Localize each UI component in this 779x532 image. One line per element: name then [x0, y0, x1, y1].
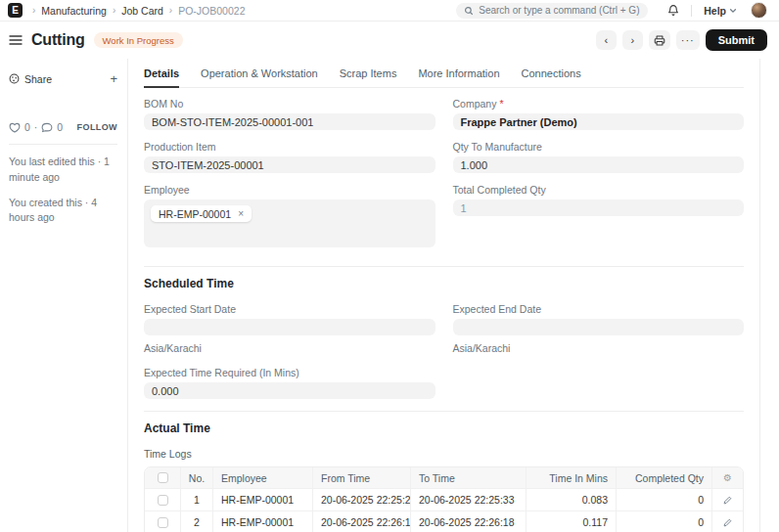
- total-completed-qty-field: Total Completed Qty 1: [453, 184, 745, 216]
- production-item-label: Production Item: [144, 141, 435, 153]
- app-logo[interactable]: E: [8, 3, 23, 18]
- qty-to-manufacture-input[interactable]: 1.000: [453, 156, 745, 173]
- notifications-bell-icon[interactable]: [667, 4, 679, 17]
- row-time-in-mins[interactable]: 0.083: [527, 489, 617, 510]
- row-to-time[interactable]: 20-06-2025 22:26:18: [411, 511, 527, 532]
- edit-pencil-icon: [723, 518, 732, 527]
- page-title: Cutting: [31, 31, 85, 49]
- scheduled-right-column: Expected End Date Asia/Karachi: [453, 303, 745, 399]
- row-edit-cell[interactable]: [712, 511, 743, 532]
- page-header: Cutting Work In Progress ‹ › ··· Submit: [0, 22, 779, 59]
- table-row[interactable]: 1 HR-EMP-00001 20-06-2025 22:25:28 20-06…: [145, 488, 743, 510]
- row-select-cell: [145, 489, 181, 510]
- page-layout: Share + 0 · 0 FOLLOW You last edited thi…: [0, 59, 779, 532]
- row-select-cell: [145, 511, 181, 532]
- comments-count: 0: [57, 121, 63, 133]
- menu-more-button[interactable]: ···: [676, 30, 700, 50]
- time-logs-table: No. Employee From Time To Time Time In M…: [144, 466, 744, 532]
- row-to-time[interactable]: 20-06-2025 22:25:33: [411, 489, 527, 510]
- help-label: Help: [704, 5, 726, 17]
- row-edit-cell[interactable]: [712, 489, 743, 510]
- table-header-row: No. Employee From Time To Time Time In M…: [145, 467, 743, 488]
- bom-no-field: BOM No BOM-STO-ITEM-2025-00001-001: [144, 98, 435, 130]
- tab-more-information[interactable]: More Information: [418, 63, 499, 87]
- time-logs-label: Time Logs: [144, 448, 744, 460]
- select-all-checkbox[interactable]: [158, 472, 168, 483]
- sidebar-divider: [9, 144, 117, 145]
- row-completed-qty[interactable]: 0: [617, 489, 712, 510]
- details-section: BOM No BOM-STO-ITEM-2025-00001-001 Produ…: [144, 88, 744, 266]
- remove-tag-icon[interactable]: ×: [238, 209, 244, 219]
- breadcrumb-separator-icon: ›: [32, 5, 35, 16]
- expected-end-date-input[interactable]: [453, 319, 745, 335]
- row-from-time[interactable]: 20-06-2025 22:26:11: [313, 511, 411, 532]
- employee-tag[interactable]: HR-EMP-00001 ×: [151, 205, 252, 222]
- company-label: Company *: [453, 98, 745, 110]
- expected-time-required-label: Expected Time Required (In Mins): [144, 367, 435, 378]
- employee-tag-value: HR-EMP-00001: [159, 208, 231, 220]
- row-checkbox[interactable]: [158, 495, 168, 506]
- help-menu[interactable]: Help: [704, 5, 737, 17]
- breadcrumb-separator-icon: ›: [169, 5, 172, 16]
- total-completed-qty-input: 1: [453, 200, 745, 216]
- form-tabs: Details Operation & Workstation Scrap It…: [144, 59, 744, 88]
- share-label[interactable]: Share: [24, 73, 52, 85]
- details-right-column: Company * Frappe Partner (Demo) Qty To M…: [453, 98, 745, 258]
- dot-separator: ·: [34, 121, 38, 133]
- top-navbar: E › Manufacturing › Job Card › PO-JOB000…: [0, 0, 779, 22]
- table-row[interactable]: 2 HR-EMP-00001 20-06-2025 22:26:11 20-06…: [145, 510, 743, 532]
- user-avatar[interactable]: [751, 2, 767, 19]
- qty-to-manufacture-label: Qty To Manufacture: [453, 141, 745, 153]
- breadcrumb-manufacturing[interactable]: Manufacturing: [41, 5, 107, 17]
- form-sidebar: Share + 0 · 0 FOLLOW You last edited thi…: [0, 59, 128, 532]
- follow-button[interactable]: FOLLOW: [77, 122, 117, 132]
- tab-connections[interactable]: Connections: [522, 63, 581, 87]
- scheduled-time-heading: Scheduled Time: [144, 277, 744, 290]
- row-employee[interactable]: HR-EMP-00001: [213, 489, 313, 510]
- prev-document-button[interactable]: ‹: [596, 30, 617, 50]
- comment-icon[interactable]: [41, 122, 53, 133]
- expected-time-required-input[interactable]: 0.000: [144, 382, 435, 399]
- tab-details[interactable]: Details: [144, 63, 179, 88]
- select-all-cell: [145, 467, 181, 488]
- required-asterisk: *: [499, 98, 503, 110]
- add-share-button[interactable]: +: [110, 72, 117, 85]
- like-heart-icon[interactable]: [9, 122, 21, 133]
- company-input[interactable]: Frappe Partner (Demo): [453, 113, 745, 130]
- bom-no-input[interactable]: BOM-STO-ITEM-2025-00001-001: [144, 113, 435, 130]
- share-icon: [9, 73, 20, 84]
- grid-settings-gear-icon[interactable]: ⚙: [723, 473, 732, 483]
- row-time-in-mins[interactable]: 0.117: [527, 511, 617, 532]
- tab-scrap-items[interactable]: Scrap Items: [340, 63, 397, 87]
- start-timezone-text: Asia/Karachi: [144, 342, 435, 354]
- tab-operation-workstation[interactable]: Operation & Workstation: [201, 63, 318, 87]
- breadcrumb-job-card[interactable]: Job Card: [121, 5, 163, 17]
- chevron-down-icon: [729, 7, 737, 15]
- next-document-button[interactable]: ›: [622, 30, 643, 50]
- navbar-divider: [691, 5, 692, 17]
- breadcrumb-current-doc[interactable]: PO-JOB00022: [178, 5, 245, 17]
- search-input[interactable]: [479, 5, 640, 16]
- scheduled-time-grid: Expected Start Date Asia/Karachi Expecte…: [144, 303, 744, 399]
- row-completed-qty[interactable]: 0: [617, 511, 712, 532]
- expected-time-required-field: Expected Time Required (In Mins) 0.000: [144, 367, 435, 399]
- row-no: 1: [181, 489, 213, 510]
- production-item-input[interactable]: STO-ITEM-2025-00001: [144, 156, 435, 173]
- actual-time-section: Actual Time Time Logs No. Employee From …: [144, 411, 744, 532]
- scheduled-left-column: Expected Start Date Asia/Karachi Expecte…: [144, 303, 435, 399]
- row-checkbox[interactable]: [158, 517, 168, 528]
- bom-no-label: BOM No: [144, 98, 435, 110]
- sidebar-toggle-icon[interactable]: [9, 34, 23, 46]
- row-from-time[interactable]: 20-06-2025 22:25:28: [313, 489, 411, 510]
- row-employee[interactable]: HR-EMP-00001: [213, 511, 313, 532]
- status-badge: Work In Progress: [94, 32, 183, 48]
- expected-start-date-input[interactable]: [144, 319, 435, 335]
- col-to-time: To Time: [411, 467, 527, 488]
- col-completed-qty: Completed Qty: [617, 467, 712, 488]
- submit-button[interactable]: Submit: [706, 29, 767, 51]
- total-completed-qty-label: Total Completed Qty: [453, 184, 745, 196]
- created-text: You created this · 4 hours ago: [9, 196, 117, 227]
- global-search[interactable]: [456, 3, 648, 19]
- employee-multiselect-input[interactable]: HR-EMP-00001 ×: [144, 200, 435, 247]
- print-button[interactable]: [649, 30, 670, 50]
